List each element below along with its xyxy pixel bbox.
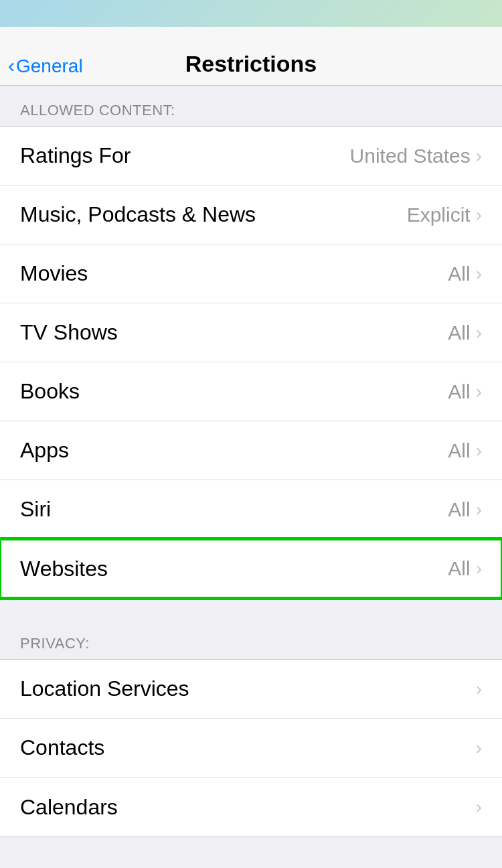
- row-label-apps: Apps: [20, 438, 69, 463]
- chevron-right-icon-siri: ›: [476, 500, 482, 519]
- chevron-right-icon-movies: ›: [476, 265, 482, 283]
- row-right-location-services: ›: [476, 680, 482, 699]
- bottom-spacer: [0, 857, 502, 868]
- row-label-movies: Movies: [20, 261, 88, 286]
- row-right-tv-shows: All›: [448, 321, 482, 344]
- back-chevron-icon: ‹: [8, 56, 15, 76]
- row-right-calendars: ›: [476, 798, 482, 816]
- row-right-music-podcasts-news: Explicit›: [407, 204, 482, 226]
- row-value-tv-shows: All: [448, 321, 470, 344]
- table-group-privacy: Location Services›Contacts›Calendars›: [0, 659, 502, 837]
- row-label-websites: Websites: [20, 557, 108, 581]
- row-label-ratings-for: Ratings For: [20, 143, 131, 168]
- back-button[interactable]: ‹ General: [0, 56, 83, 77]
- row-right-websites: All›: [448, 557, 482, 580]
- row-value-books: All: [448, 380, 470, 403]
- row-contacts[interactable]: Contacts›: [0, 719, 502, 778]
- row-right-books: All›: [448, 380, 482, 403]
- chevron-right-icon-websites: ›: [476, 559, 482, 578]
- row-location-services[interactable]: Location Services›: [0, 660, 502, 719]
- spacer-after-allowed-content: [0, 599, 502, 619]
- row-right-movies: All›: [448, 263, 482, 285]
- row-value-apps: All: [448, 439, 470, 462]
- row-value-siri: All: [448, 498, 470, 521]
- row-ratings-for[interactable]: Ratings ForUnited States›: [0, 127, 502, 186]
- row-value-ratings-for: United States: [350, 145, 471, 167]
- row-value-music-podcasts-news: Explicit: [407, 204, 471, 226]
- table-group-allowed-content: Ratings ForUnited States›Music, Podcasts…: [0, 126, 502, 599]
- section-header-privacy: PRIVACY:: [0, 619, 502, 659]
- row-websites[interactable]: WebsitesAll›: [0, 539, 502, 598]
- chevron-right-icon-contacts: ›: [476, 739, 482, 757]
- section-header-allowed-content: ALLOWED CONTENT:: [0, 86, 502, 126]
- row-tv-shows[interactable]: TV ShowsAll›: [0, 303, 502, 362]
- status-bar: [0, 0, 502, 27]
- row-label-music-podcasts-news: Music, Podcasts & News: [20, 202, 256, 227]
- row-right-ratings-for: United States›: [350, 145, 482, 167]
- row-label-calendars: Calendars: [20, 795, 118, 820]
- row-value-websites: All: [448, 557, 470, 580]
- chevron-right-icon-ratings-for: ›: [476, 147, 482, 165]
- row-books[interactable]: BooksAll›: [0, 362, 502, 421]
- row-label-tv-shows: TV Shows: [20, 320, 118, 345]
- row-calendars[interactable]: Calendars›: [0, 778, 502, 837]
- row-right-apps: All›: [448, 439, 482, 462]
- row-apps[interactable]: AppsAll›: [0, 421, 502, 480]
- row-right-contacts: ›: [476, 739, 482, 757]
- row-label-location-services: Location Services: [20, 676, 189, 701]
- back-label: General: [16, 56, 83, 77]
- row-label-siri: Siri: [20, 497, 51, 522]
- row-label-books: Books: [20, 379, 80, 404]
- chevron-right-icon-books: ›: [476, 382, 482, 401]
- chevron-right-icon-apps: ›: [476, 441, 482, 460]
- chevron-right-icon-location-services: ›: [476, 680, 482, 699]
- chevron-right-icon-calendars: ›: [476, 798, 482, 816]
- chevron-right-icon-tv-shows: ›: [476, 323, 482, 342]
- chevron-right-icon-music-podcasts-news: ›: [476, 206, 482, 224]
- spacer-after-privacy: [0, 837, 502, 857]
- nav-bar: ‹ General Restrictions: [0, 27, 502, 86]
- row-right-siri: All›: [448, 498, 482, 521]
- row-siri[interactable]: SiriAll›: [0, 480, 502, 539]
- row-value-movies: All: [448, 263, 470, 285]
- row-label-contacts: Contacts: [20, 735, 104, 760]
- row-music-podcasts-news[interactable]: Music, Podcasts & NewsExplicit›: [0, 186, 502, 244]
- row-movies[interactable]: MoviesAll›: [0, 244, 502, 303]
